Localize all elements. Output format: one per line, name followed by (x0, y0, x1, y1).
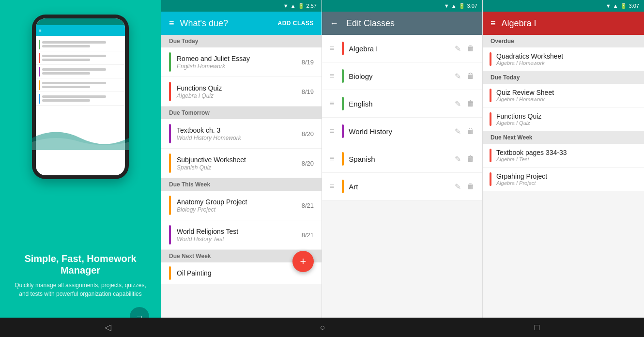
class-name-biology: Biology (349, 72, 455, 80)
class-actions-english: ✎ 🗑 (455, 99, 475, 108)
marketing-text-block: Simple, Fast, Homework Manager Quickly m… (0, 253, 161, 298)
edit-icon-english[interactable]: ✎ (455, 99, 461, 108)
add-class-button[interactable]: ADD CLASS (277, 20, 314, 27)
textbookpages-sub: Algebra I Test (496, 156, 637, 162)
signal-icon-4: ▼ (606, 3, 611, 9)
accent-quadratics (490, 52, 491, 66)
accent-romeo (169, 52, 171, 72)
quadratics-sub: Algebra I Homework (496, 60, 637, 66)
accent-oil (169, 266, 171, 280)
assignment-anatomy[interactable]: Anatomy Group Project Biology Project 8/… (161, 191, 322, 220)
edit-icon-algebra[interactable]: ✎ (455, 44, 461, 53)
signal-icon-3: ▼ (444, 3, 449, 9)
delete-icon-art[interactable]: 🗑 (467, 182, 475, 191)
graphingproject-sub: Algebra I Project (496, 180, 637, 186)
battery-icon: 🔋 (298, 3, 305, 9)
assignment-romeo[interactable]: Romeo and Juliet Essay English Homework … (161, 47, 322, 77)
status-bar-2: ▼ ▲ 🔋 2:57 (161, 0, 322, 12)
romeo-date: 8/19 (302, 59, 314, 66)
delete-icon-biology[interactable]: 🗑 (467, 72, 475, 81)
p4-graphingproject[interactable]: Grpahing Project Algebra I Project (483, 168, 644, 191)
nav-back-icon-4[interactable]: ◁ (105, 322, 111, 333)
anatomy-title: Anatomy Group Project (177, 198, 302, 206)
assignment-religions[interactable]: World Religions Test World History Test … (161, 220, 322, 250)
mock-row-3 (36, 65, 125, 78)
section-due-today: Due Today (161, 35, 322, 47)
nav-home-icon-4[interactable]: ○ (320, 322, 325, 333)
assignment-textbook[interactable]: Textbook ch. 3 World History Homework 8/… (161, 119, 322, 149)
wifi-icon-3: ▲ (451, 3, 457, 9)
class-art[interactable]: ≡ Art ✎ 🗑 (322, 173, 482, 200)
quizreview-sub: Algebra I Homework (496, 96, 637, 102)
back-button[interactable]: ← (330, 18, 338, 29)
functions-date: 8/19 (302, 88, 314, 95)
functionsquiz-sub: Algebra I Quiz (496, 120, 637, 126)
hamburger-icon-4[interactable]: ≡ (491, 18, 496, 29)
color-bar-worldhistory (342, 124, 344, 138)
class-english[interactable]: ≡ English ✎ 🗑 (322, 90, 482, 118)
assignment-subjunctive[interactable]: Subjunctive Worksheet Spanish Quiz 8/20 (161, 149, 322, 178)
delete-icon-algebra[interactable]: 🗑 (467, 44, 475, 53)
p4-quizreview[interactable]: Quiz Review Sheet Algebra I Homework (483, 84, 644, 107)
romeo-title: Romeo and Juliet Essay (177, 54, 302, 63)
p4-info-graphingproject: Grpahing Project Algebra I Project (496, 172, 637, 186)
drag-handle-algebra: ≡ (330, 44, 334, 53)
assignment-info-romeo: Romeo and Juliet Essay English Homework (177, 54, 302, 70)
p4-textbookpages[interactable]: Textbook pages 334-33 Algebra I Test (483, 144, 644, 168)
color-bar-spanish (342, 152, 344, 166)
hamburger-icon[interactable]: ≡ (169, 18, 174, 29)
p4-quadratics[interactable]: Quadratics Worksheet Algebra I Homework (483, 47, 644, 71)
drag-handle-spanish: ≡ (330, 154, 334, 163)
time-display: 2:57 (307, 3, 317, 9)
religions-date: 8/21 (302, 231, 314, 239)
class-worldhistory[interactable]: ≡ World History ✎ 🗑 (322, 118, 482, 145)
graphingproject-title: Grpahing Project (496, 172, 637, 180)
textbookpages-title: Textbook pages 334-33 (496, 149, 637, 156)
mock-row-5 (36, 92, 125, 106)
panel-algebra: ▼ ▲ 🔋 3:07 ≡ Algebra I Overdue Quadratic… (482, 0, 644, 337)
battery-icon-4: 🔋 (620, 3, 627, 9)
phone-screen: ≡ (36, 18, 125, 175)
fab-add-button[interactable]: + (292, 251, 314, 272)
delete-icon-english[interactable]: 🗑 (467, 99, 475, 108)
accent-anatomy (169, 196, 171, 215)
marketing-subtitle: Quickly manage all assignments, projects… (12, 281, 149, 298)
edit-icon-worldhistory[interactable]: ✎ (455, 127, 461, 136)
class-actions-algebra: ✎ 🗑 (455, 44, 475, 53)
p4-functionsquiz[interactable]: Functions Quiz Algebra I Quiz (483, 107, 644, 131)
anatomy-date: 8/21 (302, 202, 314, 209)
edit-icon-biology[interactable]: ✎ (455, 72, 461, 81)
section-due-tomorrow: Due Tomorrow (161, 107, 322, 119)
religions-sub: World History Test (177, 236, 302, 243)
color-bar-biology (342, 69, 344, 83)
p4-info-quizreview: Quiz Review Sheet Algebra I Homework (496, 89, 637, 102)
panel-edit-classes: ▼ ▲ 🔋 3:07 ← Edit Classes ≡ Algebra I ✎ … (322, 0, 482, 337)
assignment-functions[interactable]: Functions Quiz Algebra I Quiz 8/19 (161, 77, 322, 107)
mock-row-2 (36, 51, 125, 65)
anatomy-sub: Biology Project (177, 206, 302, 213)
assignment-info-religions: World Religions Test World History Test (177, 227, 302, 243)
class-algebra[interactable]: ≡ Algebra I ✎ 🗑 (322, 35, 482, 62)
algebra-title: Algebra I (502, 18, 537, 29)
quadratics-title: Quadratics Worksheet (496, 52, 637, 60)
class-spanish[interactable]: ≡ Spanish ✎ 🗑 (322, 145, 482, 173)
class-biology[interactable]: ≡ Biology ✎ 🗑 (322, 62, 482, 90)
toolbar-left: ≡ What's due? (169, 18, 228, 29)
assignment-info-functions: Functions Quiz Algebra I Quiz (177, 84, 302, 99)
edit-icon-art[interactable]: ✎ (455, 182, 461, 191)
nav-bar-4: ◁ ○ □ (0, 318, 644, 337)
accent-textbook (169, 124, 171, 143)
wifi-icon-4: ▲ (613, 3, 618, 9)
accent-textbookpages (490, 149, 491, 162)
color-bar-english (342, 97, 344, 110)
delete-icon-spanish[interactable]: 🗑 (467, 154, 475, 164)
delete-icon-worldhistory[interactable]: 🗑 (467, 127, 475, 136)
edit-icon-spanish[interactable]: ✎ (455, 154, 461, 164)
nav-square-icon-4[interactable]: □ (534, 322, 539, 333)
class-actions-worldhistory: ✎ 🗑 (455, 127, 475, 136)
due-next-week-header-area: Due Next Week + (161, 250, 322, 262)
mock-row-4 (36, 78, 125, 92)
p4-info-functionsquiz: Functions Quiz Algebra I Quiz (496, 112, 637, 126)
class-name-algebra: Algebra I (349, 45, 455, 53)
drag-handle-worldhistory: ≡ (330, 127, 334, 136)
